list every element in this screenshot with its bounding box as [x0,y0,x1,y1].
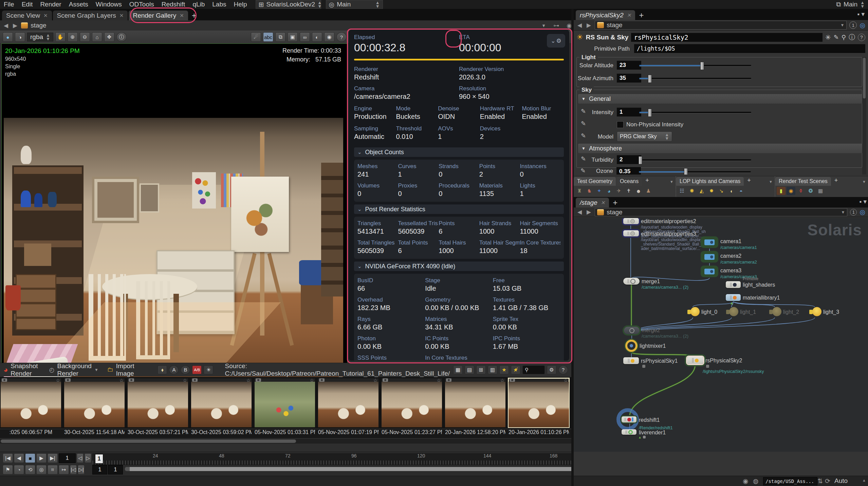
list-view-icon[interactable]: ▥ [488,365,497,374]
radial-target-icon[interactable]: ◎ [860,208,865,216]
pane-menu-icon[interactable]: ▪ ▾ [857,10,868,20]
solar-azimuth-slider[interactable] [639,78,751,79]
solar-altitude-field[interactable]: 23 [617,61,641,70]
forward-icon[interactable]: ▶ [586,22,592,29]
shelf-tool-icon[interactable]: ◉ [787,187,795,195]
node-light-1[interactable] [725,307,738,317]
help-icon[interactable]: ? [558,365,568,374]
shelf-tool-icon[interactable]: ♜ [575,187,584,195]
search-icon[interactable]: ⚲ [842,34,846,41]
chevron-down-icon[interactable]: ▼ [841,210,845,215]
shelf-tab-render-test[interactable]: Render Test Scenes [775,177,831,186]
background-image-icon[interactable]: ▣ [288,32,298,42]
grid-split-icon[interactable]: ⊞ [476,365,486,374]
render-region-icon[interactable]: ☄ [251,32,261,42]
render-settings-icon[interactable]: ⚙ [547,365,556,374]
contrast-icon[interactable]: ◐ [312,32,322,42]
solar-azimuth-field[interactable]: 35 [617,74,641,83]
star-icon[interactable]: ★ [499,365,509,374]
menu-file[interactable]: File [0,1,18,8]
shelf-tab-lop-lights[interactable]: LOP Lights and Cameras [676,177,744,186]
shelf-tool-icon[interactable]: ◖ [727,187,736,195]
close-icon[interactable]: ✕ [119,13,124,19]
snapshot-thumb[interactable]: ☆ [318,378,378,427]
radial-menu-selector[interactable]: ◎ Main ▲▼ [326,0,383,9]
range-start-field[interactable]: 1 [92,465,107,474]
slider-handle[interactable] [639,156,642,164]
node-name-field[interactable]: rsPhysicalSky2 [631,33,823,42]
spinner-icon[interactable]: ▲▼ [317,1,322,8]
grid-small-icon[interactable]: ▦ [453,365,463,374]
param-scrollbar[interactable] [862,57,866,175]
node-camera2[interactable] [701,251,718,263]
shelf-tool-icon[interactable]: ◕ [605,187,613,195]
param-path-field[interactable]: stage ▼ [595,21,847,30]
network-editor[interactable]: Solaris [574,218,868,452]
jump-end-button[interactable]: ▶| [48,453,58,463]
snapshot-thumb[interactable]: ☆ [445,378,505,427]
chevron-down-icon[interactable]: ▼ [769,177,775,186]
snapshot-thumb[interactable]: ☆ [128,378,188,427]
zoom-out-icon[interactable]: ⊖ [80,32,90,42]
shelf-tool-icon[interactable]: ☻ [634,187,643,195]
select-mode-button[interactable]: ● [3,32,13,42]
node-materiallibrary1[interactable] [726,294,741,301]
next-frame-button[interactable]: ▷ [85,453,91,463]
realtime-toggle-icon[interactable]: ◔ [14,465,24,474]
node-merge1[interactable] [623,278,640,285]
section-post-render[interactable]: ⌄Post Render Statistics [354,204,564,214]
nonphys-checkbox[interactable] [617,121,624,128]
display-options-abc-icon[interactable]: abc [263,32,273,42]
menu-assets[interactable]: Assets [65,1,92,8]
new-tab-button[interactable]: + [636,11,646,20]
new-tab-button[interactable]: + [189,11,199,20]
node-light-3[interactable] [809,307,821,317]
node-light-2[interactable] [769,307,781,317]
menu-redshift[interactable]: Redshift [158,1,189,8]
star-icon[interactable]: ☆ [310,378,314,382]
shelf-tool-icon[interactable]: ◓ [737,187,745,195]
shelf-tool-icon[interactable]: ✹ [707,187,716,195]
forward-icon[interactable]: ▶ [586,209,592,216]
node-rsphysicalsky1[interactable] [623,357,639,364]
star-icon[interactable]: ☆ [564,378,568,382]
section-gpu-4090[interactable]: ⌄NVIDIA GeForce RTX 4090 (Idle) [354,262,564,271]
playback-mode-icon[interactable]: ⚑ [3,465,13,474]
chevron-down-icon[interactable]: ▼ [841,23,845,28]
info-icon[interactable]: ⓘ [849,33,855,42]
tag-icon[interactable]: ⬧ [158,365,167,374]
slider-handle[interactable] [684,168,688,175]
close-icon[interactable]: ✕ [180,13,184,19]
snapshot-render-button[interactable]: ◕ Snapshot Render [3,362,40,377]
menu-help[interactable]: Help [230,1,251,8]
home-view-icon[interactable]: ⌂ [92,32,102,42]
close-icon[interactable]: ✕ [43,13,48,19]
step-icon[interactable]: ↦ [59,465,69,474]
status-radial-icon[interactable]: ◉ [743,477,749,485]
desktop-selector[interactable]: ⊞ SolarisLookDev2 ▲▼ [256,0,321,9]
menu-render[interactable]: Render [36,1,65,8]
play-reverse-button[interactable]: ◀ [14,453,24,463]
menu-edit[interactable]: Edit [18,1,37,8]
shelf-tool-icon[interactable]: ✺ [687,187,696,195]
node-light-shaders[interactable] [726,281,741,288]
snapshot-thumb[interactable]: ☆ [255,378,315,427]
network-path-field[interactable]: stage ▼ [595,208,847,216]
spinner-icon[interactable]: ▲▼ [860,1,865,8]
back-icon[interactable]: ◀ [3,22,9,29]
gallery-hscrollbar[interactable] [0,439,571,444]
general-section[interactable]: ▼General [578,94,865,104]
back-icon[interactable]: ◀ [576,22,583,29]
shelf-add-button[interactable]: + [744,177,754,186]
close-icon[interactable]: ✕ [627,12,631,18]
star-icon[interactable]: ☆ [500,378,504,382]
snapshot-thumb[interactable]: ☆ [191,378,252,427]
node-editmaterialproperties3[interactable] [623,230,639,236]
close-icon[interactable]: ✕ [601,200,605,206]
stats-settings-button[interactable]: ⌄⚙ [547,34,565,48]
render-viewport[interactable]: 20-Jan-2026 01:10:26 PM 960x540 Single r… [1,43,348,363]
pan-move-icon[interactable]: ✥ [104,32,114,42]
grid-medium-icon[interactable]: ▤ [465,365,474,374]
turbidity-slider[interactable] [639,159,751,161]
status-globe-icon[interactable]: ◍ [753,477,759,485]
